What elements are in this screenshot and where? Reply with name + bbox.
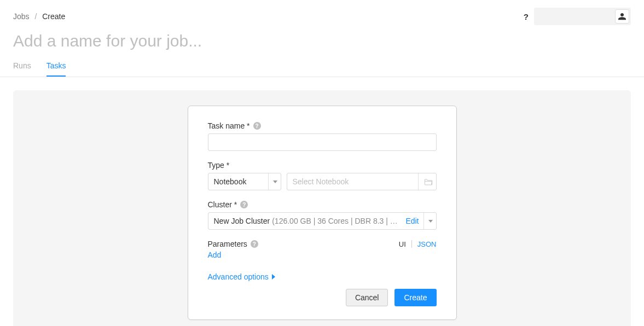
avatar — [615, 9, 629, 24]
cluster-name: New Job Cluster — [214, 217, 270, 225]
type-select[interactable]: Notebook — [208, 173, 281, 190]
notebook-placeholder: Select Notebook — [293, 177, 349, 186]
breadcrumb: Jobs / Create — [13, 12, 65, 21]
cluster-edit-link[interactable]: Edit — [405, 217, 419, 225]
breadcrumb-current: Create — [42, 12, 65, 21]
create-button[interactable]: Create — [394, 289, 436, 306]
parameters-help-icon[interactable]: ? — [251, 240, 258, 248]
help-icon[interactable]: ? — [524, 12, 529, 21]
folder-open-icon — [418, 173, 433, 190]
advanced-options-toggle[interactable]: Advanced options — [208, 272, 275, 281]
parameters-add-link[interactable]: Add — [208, 251, 222, 259]
cluster-label: Cluster * — [208, 200, 237, 209]
cancel-button[interactable]: Cancel — [346, 289, 388, 306]
tab-tasks[interactable]: Tasks — [47, 61, 66, 77]
type-value: Notebook — [214, 177, 247, 186]
user-menu[interactable] — [534, 8, 631, 25]
task-name-input[interactable] — [208, 133, 437, 151]
user-name-placeholder — [539, 11, 611, 22]
cluster-details: (126.00 GB | 36 Cores | DBR 8.3 | Sp… — [272, 217, 401, 225]
notebook-select[interactable]: Select Notebook — [287, 173, 437, 190]
task-name-help-icon[interactable]: ? — [253, 122, 261, 130]
breadcrumb-separator: / — [34, 12, 37, 21]
cluster-help-icon[interactable]: ? — [240, 201, 248, 208]
divider — [411, 240, 412, 248]
job-name-input[interactable] — [13, 32, 631, 50]
chevron-right-icon — [272, 274, 275, 280]
cluster-select[interactable]: New Job Cluster (126.00 GB | 36 Cores | … — [208, 212, 437, 230]
task-name-label: Task name * — [208, 121, 250, 130]
tab-runs[interactable]: Runs — [13, 61, 31, 77]
params-mode-json[interactable]: JSON — [417, 240, 437, 248]
breadcrumb-jobs[interactable]: Jobs — [13, 12, 30, 21]
chevron-down-icon — [273, 181, 277, 183]
parameters-label: Parameters — [208, 240, 247, 248]
type-label: Type * — [208, 161, 230, 170]
task-card: Task name * ? Type * Notebook Select Not… — [188, 106, 457, 320]
advanced-options-label: Advanced options — [208, 272, 269, 281]
params-mode-ui[interactable]: UI — [399, 240, 406, 248]
chevron-down-icon — [428, 220, 433, 223]
